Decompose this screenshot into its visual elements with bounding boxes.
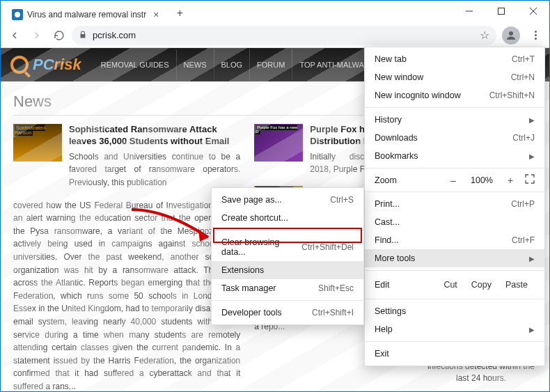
maximize-button[interactable] — [485, 1, 517, 22]
nav-news[interactable]: NEWS — [177, 49, 214, 80]
menu-downloads[interactable]: DownloadsCtrl+J — [365, 129, 544, 147]
article-thumb — [13, 124, 62, 162]
back-button[interactable] — [5, 26, 24, 45]
news-heading: News — [13, 93, 410, 116]
submenu-create-shortcut[interactable]: Create shortcut... — [212, 209, 363, 227]
close-window-button[interactable] — [517, 1, 549, 22]
menu-paste[interactable]: Paste — [498, 278, 535, 292]
submenu-extensions[interactable]: Extensions — [212, 261, 363, 279]
menu-incognito[interactable]: New incognito windowCtrl+Shift+N — [365, 86, 544, 104]
chrome-menu-button[interactable] — [526, 26, 545, 45]
browser-toolbar: pcrisk.com ☆ — [1, 23, 549, 48]
favicon-icon — [12, 9, 23, 20]
submenu-task-manager[interactable]: Task managerShift+Esc — [212, 279, 363, 297]
menu-new-tab[interactable]: New tabCtrl+T — [365, 50, 544, 68]
chrome-main-menu: New tabCtrl+T New windowCtrl+N New incog… — [364, 47, 545, 366]
window-titlebar: Virus and malware removal instr × + — [1, 1, 549, 23]
forward-button[interactable] — [27, 26, 47, 45]
zoom-out-button[interactable]: – — [446, 175, 461, 186]
nav-blog[interactable]: BLOG — [214, 49, 251, 80]
news-article-1[interactable]: Sophisticated Ransomware Attack leaves 3… — [13, 124, 240, 189]
more-tools-submenu: Save page as...Ctrl+S Create shortcut...… — [211, 187, 364, 325]
menu-new-window[interactable]: New windowCtrl+N — [365, 68, 544, 86]
menu-bookmarks[interactable]: Bookmarks▶ — [365, 147, 544, 165]
reload-button[interactable] — [49, 26, 69, 45]
address-bar[interactable]: pcrisk.com ☆ — [72, 26, 496, 45]
zoom-in-button[interactable]: + — [503, 175, 518, 186]
tab-title: Virus and malware removal instr — [27, 10, 146, 19]
menu-help[interactable]: Help▶ — [365, 320, 544, 338]
logo-pc: PC — [33, 56, 54, 74]
lock-icon — [79, 29, 87, 42]
kebab-icon — [535, 31, 537, 40]
svg-rect-1 — [498, 8, 505, 15]
close-tab-icon[interactable]: × — [150, 9, 162, 20]
menu-more-tools[interactable]: More tools▶ — [365, 249, 544, 267]
nav-removal-guides[interactable]: REMOVAL GUIDES — [94, 49, 177, 80]
menu-edit-row: Edit Cut Copy Paste — [365, 274, 544, 296]
minimize-button[interactable] — [453, 1, 485, 22]
chevron-right-icon: ▶ — [529, 152, 535, 160]
menu-print[interactable]: Print...Ctrl+P — [365, 195, 544, 213]
submenu-save-page[interactable]: Save page as...Ctrl+S — [212, 191, 363, 209]
menu-history[interactable]: History▶ — [365, 111, 544, 129]
svg-point-4 — [509, 31, 513, 36]
profile-avatar[interactable] — [502, 26, 520, 45]
window-controls — [453, 1, 549, 22]
menu-copy[interactable]: Copy — [464, 278, 498, 292]
menu-find[interactable]: Find...Ctrl+F — [365, 231, 544, 249]
submenu-dev-tools[interactable]: Developer toolsCtrl+Shift+I — [212, 304, 363, 322]
article-lead: Schools and Universities continue to be … — [69, 150, 240, 189]
logo-risk: risk — [54, 56, 81, 74]
browser-tab[interactable]: Virus and malware removal instr × — [5, 3, 167, 26]
menu-zoom: Zoom – 100% + — [365, 171, 544, 189]
magnifier-icon — [10, 56, 29, 74]
fullscreen-button[interactable] — [525, 174, 535, 186]
nav-forum[interactable]: FORUM — [250, 49, 292, 80]
chevron-right-icon: ▶ — [529, 116, 535, 124]
menu-cast[interactable]: Cast... — [365, 213, 544, 231]
url-text: pcrisk.com — [93, 30, 474, 40]
submenu-clear-browsing[interactable]: Clear browsing data...Ctrl+Shift+Del — [212, 233, 363, 261]
chevron-right-icon: ▶ — [529, 326, 535, 334]
article-body: covered how the US Federal Bureau of Inv… — [13, 199, 240, 391]
article-thumb — [254, 124, 303, 162]
chevron-right-icon: ▶ — [529, 255, 535, 262]
new-tab-button[interactable]: + — [170, 3, 189, 23]
menu-cut[interactable]: Cut — [437, 278, 464, 292]
article-title: Sophisticated Ransomware Attack leaves 3… — [69, 124, 240, 148]
bookmark-star-icon[interactable]: ☆ — [480, 29, 489, 42]
menu-exit[interactable]: Exit — [365, 345, 544, 363]
site-logo[interactable]: PCrisk — [10, 56, 81, 74]
zoom-value: 100% — [468, 175, 496, 185]
menu-settings[interactable]: Settings — [365, 302, 544, 320]
